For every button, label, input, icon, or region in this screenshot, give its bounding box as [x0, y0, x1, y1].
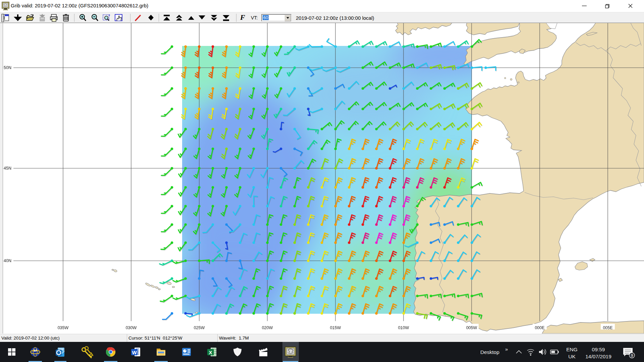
svg-text:Desktop: Desktop: [480, 349, 499, 355]
svg-text:X: X: [209, 350, 212, 355]
svg-text:ENG: ENG: [566, 347, 578, 352]
svg-text:»: »: [505, 346, 508, 352]
svg-text:50N: 50N: [4, 65, 11, 70]
svg-text:010W: 010W: [398, 325, 409, 330]
svg-text:UK: UK: [568, 354, 576, 359]
svg-text:020W: 020W: [262, 325, 273, 330]
svg-text:9: 9: [631, 353, 633, 358]
svg-text:000E: 000E: [535, 325, 544, 330]
svg-text:W: W: [132, 350, 137, 355]
svg-text:40N: 40N: [4, 258, 11, 263]
svg-text:035W: 035W: [58, 325, 69, 330]
svg-text:025W: 025W: [194, 325, 205, 330]
svg-text:005E: 005E: [603, 325, 612, 330]
svg-text:030W: 030W: [126, 325, 137, 330]
svg-text:09:59: 09:59: [592, 347, 605, 352]
svg-text:015W: 015W: [330, 325, 341, 330]
svg-text:45N: 45N: [4, 166, 11, 171]
svg-text:005W: 005W: [466, 325, 477, 330]
svg-text:14/07/2019: 14/07/2019: [585, 354, 611, 359]
